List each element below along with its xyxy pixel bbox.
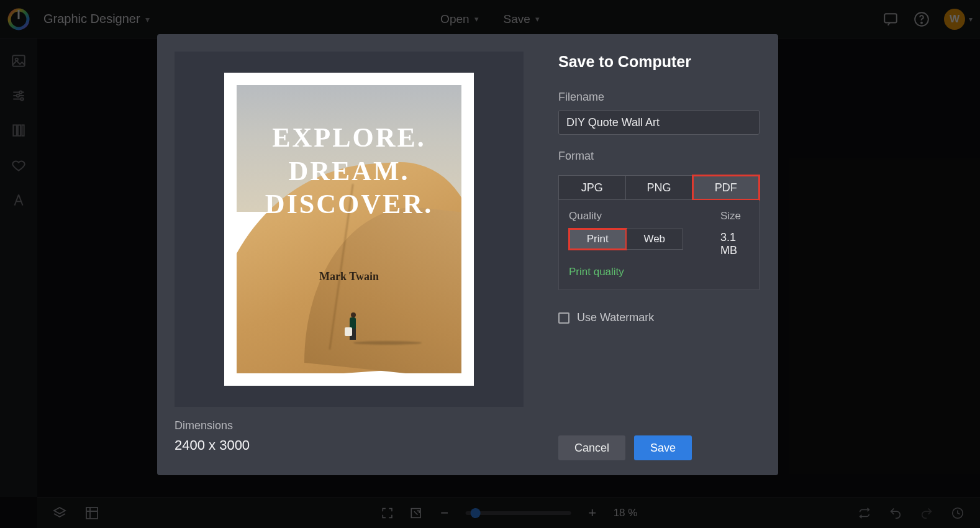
modal-actions: Cancel Save	[558, 435, 761, 460]
preview-column: EXPLORE. DREAM. DISCOVER. Mark Twain Dim…	[157, 34, 541, 475]
quality-print-label: Print	[587, 233, 609, 245]
cancel-button[interactable]: Cancel	[558, 435, 625, 460]
pdf-options-panel: Quality Print Web Size 3.1 MB Print qual…	[558, 200, 760, 290]
modal-title: Save to Computer	[558, 53, 761, 71]
dimensions-label: Dimensions	[175, 419, 524, 432]
format-jpg[interactable]: JPG	[558, 175, 626, 200]
poster-author: Mark Twain	[237, 270, 461, 283]
preview-frame: EXPLORE. DREAM. DISCOVER. Mark Twain	[175, 52, 524, 407]
format-png[interactable]: PNG	[626, 175, 693, 200]
poster-line-3: DISCOVER.	[237, 188, 461, 221]
quality-hint: Print quality	[569, 266, 749, 278]
format-pdf[interactable]: PDF	[692, 175, 760, 200]
format-segmented: JPG PNG PDF	[558, 175, 760, 200]
quality-label: Quality	[569, 210, 683, 222]
dimensions-value: 2400 x 3000	[175, 437, 524, 453]
save-modal: EXPLORE. DREAM. DISCOVER. Mark Twain Dim…	[157, 34, 778, 475]
format-pdf-label: PDF	[715, 181, 737, 194]
walker-figure	[347, 312, 359, 340]
checkbox-icon	[558, 312, 569, 324]
poster-text: EXPLORE. DREAM. DISCOVER.	[237, 121, 461, 221]
size-label: Size	[720, 210, 749, 222]
format-jpg-label: JPG	[581, 181, 603, 194]
filename-label: Filename	[558, 91, 761, 104]
filename-input[interactable]	[558, 110, 760, 135]
watermark-checkbox[interactable]: Use Watermark	[558, 311, 761, 324]
quality-segmented: Print Web	[569, 229, 683, 250]
poster-preview: EXPLORE. DREAM. DISCOVER. Mark Twain	[224, 73, 474, 386]
format-png-label: PNG	[647, 181, 671, 194]
save-button[interactable]: Save	[634, 435, 692, 460]
size-value: 3.1 MB	[720, 231, 749, 257]
poster-line-1: EXPLORE.	[237, 121, 461, 155]
quality-print[interactable]: Print	[569, 229, 627, 250]
poster-image: EXPLORE. DREAM. DISCOVER. Mark Twain	[237, 85, 461, 373]
quality-web[interactable]: Web	[627, 229, 684, 250]
form-column: Save to Computer Filename Format JPG PNG…	[541, 34, 778, 475]
poster-line-2: DREAM.	[237, 155, 461, 188]
quality-web-label: Web	[643, 233, 665, 245]
format-label: Format	[558, 150, 761, 163]
watermark-label: Use Watermark	[577, 311, 654, 324]
